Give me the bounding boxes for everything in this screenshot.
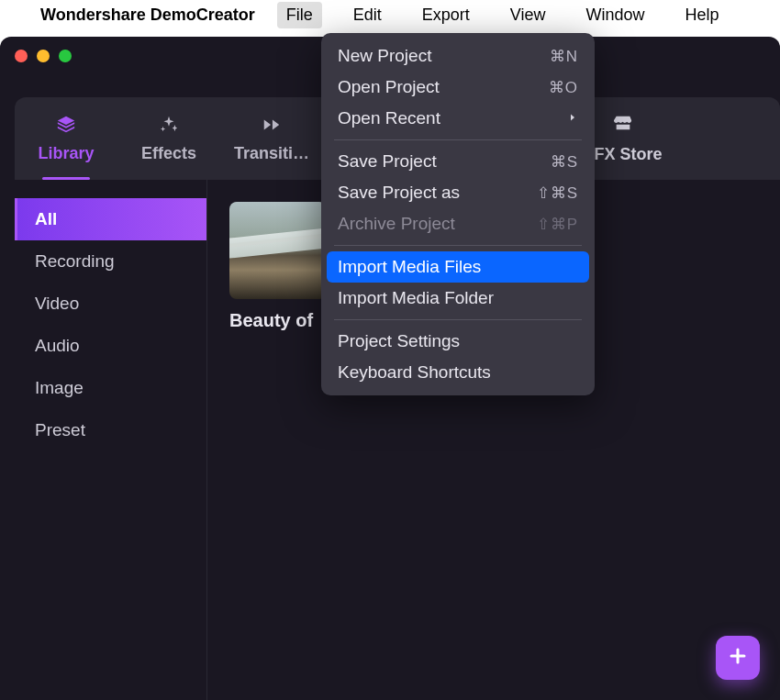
transition-icon xyxy=(262,115,282,135)
tab-sfx-store-label: SFX Store xyxy=(583,145,662,164)
menu-open-project[interactable]: Open Project ⌘O xyxy=(321,72,595,103)
menu-save-project-as[interactable]: Save Project as ⇧⌘S xyxy=(321,177,595,208)
media-thumbnail xyxy=(229,202,327,299)
menu-item-label: Import Media Folder xyxy=(338,288,494,308)
menu-help[interactable]: Help xyxy=(676,2,729,28)
sidebar-item-preset[interactable]: Preset xyxy=(15,409,206,451)
menu-save-project[interactable]: Save Project ⌘S xyxy=(321,146,595,177)
menu-item-shortcut: ⌘O xyxy=(549,78,578,97)
tab-effects-label: Effects xyxy=(141,144,196,163)
store-icon xyxy=(613,113,633,138)
window-close-button[interactable] xyxy=(15,50,28,62)
menu-project-settings[interactable]: Project Settings xyxy=(321,326,595,357)
menu-separator xyxy=(334,245,582,246)
plus-icon xyxy=(727,645,749,671)
menu-item-label: Import Media Files xyxy=(338,257,481,277)
mac-menubar: Wondershare DemoCreator File Edit Export… xyxy=(0,0,780,29)
menu-item-label: Save Project as xyxy=(338,183,460,203)
add-button[interactable] xyxy=(716,636,760,680)
layers-icon xyxy=(56,115,76,135)
menu-separator xyxy=(334,319,582,320)
menu-import-media-files[interactable]: Import Media Files xyxy=(327,251,589,283)
menu-archive-project: Archive Project ⇧⌘P xyxy=(321,208,595,239)
window-traffic-lights xyxy=(15,50,72,62)
file-menu-dropdown: New Project ⌘N Open Project ⌘O Open Rece… xyxy=(321,33,595,395)
menu-window[interactable]: Window xyxy=(577,2,654,28)
tab-transitions[interactable]: Transiti… xyxy=(220,97,323,180)
menu-item-label: Open Project xyxy=(338,77,440,97)
sparkle-icon xyxy=(159,115,179,135)
menu-new-project[interactable]: New Project ⌘N xyxy=(321,40,595,72)
sidebar-item-video[interactable]: Video xyxy=(15,283,206,325)
chevron-right-icon xyxy=(567,108,578,128)
menu-export[interactable]: Export xyxy=(413,2,479,28)
menu-item-shortcut: ⇧⌘S xyxy=(537,183,578,203)
sidebar-item-image[interactable]: Image xyxy=(15,367,206,409)
menu-item-label: Archive Project xyxy=(338,214,455,234)
menu-item-label: Open Recent xyxy=(338,108,440,128)
menu-item-shortcut: ⇧⌘P xyxy=(537,215,578,234)
menu-item-shortcut: ⌘N xyxy=(550,47,578,66)
menu-open-recent[interactable]: Open Recent xyxy=(321,103,595,134)
menu-item-label: Project Settings xyxy=(338,331,460,351)
library-sidebar: All Recording Video Audio Image Preset xyxy=(15,180,207,700)
menu-keyboard-shortcuts[interactable]: Keyboard Shortcuts xyxy=(321,357,595,388)
sidebar-item-audio[interactable]: Audio xyxy=(15,325,206,367)
menu-import-media-folder[interactable]: Import Media Folder xyxy=(321,283,595,314)
window-minimize-button[interactable] xyxy=(37,50,50,62)
sidebar-item-all[interactable]: All xyxy=(15,198,206,240)
window-maximize-button[interactable] xyxy=(59,50,72,62)
menu-separator xyxy=(334,139,582,140)
tab-effects[interactable]: Effects xyxy=(117,97,220,180)
menu-file[interactable]: File xyxy=(277,2,322,28)
menu-item-label: Keyboard Shortcuts xyxy=(338,362,491,383)
menu-item-label: Save Project xyxy=(338,151,437,172)
menu-item-label: New Project xyxy=(338,46,431,66)
menu-view[interactable]: View xyxy=(501,2,555,28)
menu-item-shortcut: ⌘S xyxy=(551,152,578,172)
tab-library-label: Library xyxy=(38,144,94,163)
menu-edit[interactable]: Edit xyxy=(344,2,391,28)
tab-library[interactable]: Library xyxy=(15,97,117,180)
tab-transitions-label: Transiti… xyxy=(234,144,309,163)
sidebar-item-recording[interactable]: Recording xyxy=(15,240,206,283)
app-name: Wondershare DemoCreator xyxy=(40,6,255,25)
